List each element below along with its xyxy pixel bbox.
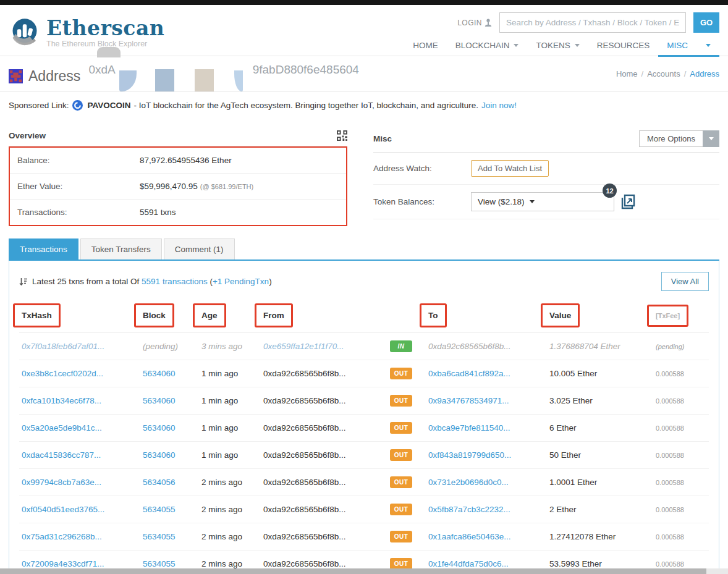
token-balances-dropdown[interactable]: View ($2.18) xyxy=(471,192,614,211)
top-black-bar xyxy=(0,0,728,5)
nav-label: RESOURCES xyxy=(597,41,650,50)
txn-summary-prefix: Latest 25 txns from a total Of xyxy=(32,277,142,286)
view-all-button[interactable]: View All xyxy=(661,272,709,291)
txfee-text: 0.000588 xyxy=(656,370,684,378)
from-address[interactable]: 0xda92c68565b6f8b... xyxy=(263,559,346,568)
block-link[interactable]: 5634055 xyxy=(143,505,176,514)
to-address[interactable]: 0x9a347678534971... xyxy=(428,396,509,405)
txhash-link[interactable]: 0xf0540d51eed3765... xyxy=(22,505,104,514)
sponsored-join-link[interactable]: Join now! xyxy=(481,101,517,110)
to-address[interactable]: 0x5fb87a7cb3c2232... xyxy=(428,505,510,514)
txfee-text: 0.000588 xyxy=(656,397,684,405)
txhash-link[interactable]: 0x72009a4e33cdf71... xyxy=(22,559,104,568)
txhash-link[interactable]: 0x5a20ae5de9b41c... xyxy=(22,423,102,433)
from-address[interactable]: 0xda92c68565b6f8b... xyxy=(263,478,346,487)
col-header-to: To xyxy=(420,303,447,327)
from-address[interactable]: 0xda92c68565b6f8b... xyxy=(263,532,346,541)
tab-comment[interactable]: Comment (1) xyxy=(164,238,235,260)
from-address[interactable]: 0xe659ffa12e1f1f70... xyxy=(263,342,344,351)
more-options-button[interactable]: More Options xyxy=(639,130,719,147)
login-label: LOGIN xyxy=(457,19,482,27)
direction-badge: OUT xyxy=(390,422,412,434)
nav-label: MISC xyxy=(667,41,688,50)
value-text: 1.27412078 Ether xyxy=(549,532,616,541)
more-options-label: More Options xyxy=(639,130,703,147)
login-link[interactable]: LOGIN xyxy=(457,19,492,27)
breadcrumb-accounts[interactable]: Accounts xyxy=(647,69,680,78)
txhash-link[interactable]: 0x75ad31c296268b... xyxy=(22,532,102,541)
sponsored-name: PAVOCOIN xyxy=(88,101,131,110)
from-address[interactable]: 0xda92c68565b6f8b... xyxy=(263,450,346,460)
txhash-link[interactable]: 0xe3b8c1cecf0202d... xyxy=(22,369,103,378)
from-address[interactable]: 0xda92c68565b6f8b... xyxy=(263,505,346,514)
from-address[interactable]: 0xda92c68565b6f8b... xyxy=(263,369,346,378)
block-link[interactable]: 5634060 xyxy=(143,396,176,405)
block-link[interactable]: 5634060 xyxy=(143,369,176,378)
breadcrumb-home[interactable]: Home xyxy=(616,69,638,78)
from-address[interactable]: 0xda92c68565b6f8b... xyxy=(263,396,346,405)
col-header-block: Block xyxy=(134,303,174,327)
block-link[interactable]: 5634060 xyxy=(143,450,176,460)
nav-item-misc[interactable]: MISC xyxy=(658,36,719,57)
txhash-link[interactable]: 0xfca101b34ec6f78... xyxy=(22,396,101,405)
total-transactions-link[interactable]: 5591 transactions xyxy=(142,277,208,286)
to-address[interactable]: 0x731e2b0696d0c0... xyxy=(428,478,509,487)
expand-tokens-icon[interactable] xyxy=(620,194,635,210)
to-address[interactable]: 0x1aafca86e50463e... xyxy=(428,532,511,541)
logo-title: Etherscan xyxy=(46,18,164,38)
content-tabs: Transactions Token Transfers Comment (1) xyxy=(9,238,719,261)
breadcrumb: Home/Accounts/Address xyxy=(616,63,719,89)
col-header-txhash: TxHash xyxy=(13,303,61,327)
txn-summary-mid: ( xyxy=(208,277,213,286)
etherscan-logo[interactable]: Etherscan The Ethereum Block Explorer xyxy=(9,7,164,56)
txhash-link[interactable]: 0xdac415836cc787... xyxy=(22,450,101,460)
pending-txn-link[interactable]: +1 PendingTxn xyxy=(213,277,269,286)
block-link[interactable]: 5634056 xyxy=(143,478,176,487)
txn-summary-suffix: ) xyxy=(269,277,272,286)
tab-transactions[interactable]: Transactions xyxy=(9,238,78,260)
to-address[interactable]: 0x1fe44dfda75d0c6... xyxy=(428,559,509,568)
breadcrumb-address[interactable]: Address xyxy=(690,69,719,78)
nav-item-blockchain[interactable]: BLOCKCHAIN xyxy=(447,36,528,57)
transactions-panel: Latest 25 txns from a total Of 5591 tran… xyxy=(9,261,719,574)
to-address[interactable]: 0xbca9e7bfe811540... xyxy=(428,423,510,433)
nav-item-tokens[interactable]: TOKENS xyxy=(527,36,588,57)
col-header-age: Age xyxy=(193,303,226,327)
txhash-link[interactable]: 0x99794c8cb7a63e... xyxy=(22,478,101,487)
horizontal-scrollbar[interactable] xyxy=(0,568,706,574)
transactions-count: 5591 txns xyxy=(140,208,176,217)
block-link[interactable]: 5634060 xyxy=(143,423,176,433)
add-to-watch-list-button[interactable]: Add To Watch List xyxy=(471,160,549,177)
block-link[interactable]: 5634055 xyxy=(143,559,176,568)
transactions-label: Transactions: xyxy=(17,208,140,217)
value-text: 2 Ether xyxy=(549,505,577,514)
overview-annotation-box: Balance: 87,972.654955436 Ether Ether Va… xyxy=(9,146,347,226)
nav-item-resources[interactable]: RESOURCES xyxy=(588,36,659,57)
from-address[interactable]: 0xda92c68565b6f8b... xyxy=(263,423,346,433)
to-address[interactable]: 0xda92c68565b6f8b... xyxy=(428,342,511,351)
balance-value: 87,972.654955436 Ether xyxy=(140,156,232,165)
nav-item-home[interactable]: HOME xyxy=(404,36,447,57)
address-identicon xyxy=(9,69,23,83)
misc-panel: Misc More Options Address Watch: Add To … xyxy=(373,127,719,226)
block-link[interactable]: (pending) xyxy=(143,342,178,351)
direction-badge: IN xyxy=(390,340,412,352)
overlay-blob xyxy=(97,47,121,57)
search-input[interactable] xyxy=(499,12,686,33)
qr-code-icon[interactable] xyxy=(337,130,347,141)
token-balances-row: Token Balances: View ($2.18) 12 xyxy=(373,185,719,219)
chevron-down-icon xyxy=(575,44,580,47)
to-address[interactable]: 0xba6cad841cf892a... xyxy=(428,369,510,378)
table-row: 0xf0540d51eed3765... 5634055 2 mins ago … xyxy=(19,496,709,523)
overview-title: Overview xyxy=(9,131,46,140)
txfee-text: 0.000588 xyxy=(656,479,684,486)
nav-label: TOKENS xyxy=(536,41,570,50)
age-text: 2 mins ago xyxy=(201,505,242,514)
tab-token-transfers[interactable]: Token Transfers xyxy=(80,238,162,260)
go-button[interactable]: GO xyxy=(693,12,719,33)
col-header-value: Value xyxy=(541,303,580,327)
txhash-link[interactable]: 0x7f0a18feb6d7af01... xyxy=(22,342,104,351)
block-link[interactable]: 5634055 xyxy=(143,532,176,541)
nav-label: BLOCKCHAIN xyxy=(455,41,510,50)
to-address[interactable]: 0xf843a819799d650... xyxy=(428,450,511,460)
